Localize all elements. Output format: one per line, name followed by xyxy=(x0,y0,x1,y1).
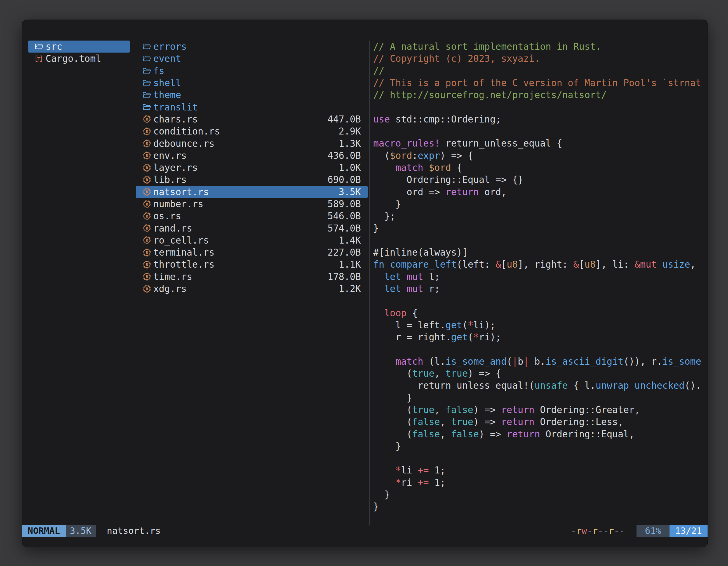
entry-name: natsort.rs xyxy=(153,187,209,198)
code-line: // Copyright (c) 2023, sxyazi. xyxy=(373,53,706,65)
entry-name: fs xyxy=(153,65,165,76)
file-row[interactable]: Rrand.rs574.0B xyxy=(136,222,368,234)
entry-name: debounce.rs xyxy=(153,138,215,149)
dir-row[interactable]: translit xyxy=(136,101,368,113)
terminal-window: srcCargo.toml errorseventfsshellthemetra… xyxy=(22,20,708,547)
permissions-label: -rw-r--r-- xyxy=(571,525,625,537)
file-row[interactable]: Rthrottle.rs1.1K xyxy=(136,259,368,271)
dir-row[interactable]: src xyxy=(28,41,130,53)
entry-name: condition.rs xyxy=(153,126,220,137)
file-row[interactable]: Rxdg.rs1.2K xyxy=(136,283,368,295)
entry-size: 178.0B xyxy=(328,271,368,282)
pane-separator xyxy=(369,41,370,525)
entry-size: 1.3K xyxy=(339,138,368,149)
svg-text:R: R xyxy=(146,214,148,219)
file-row[interactable]: Rnatsort.rs3.5K xyxy=(136,186,368,198)
code-line: // xyxy=(373,65,706,77)
entry-size: 589.0B xyxy=(328,199,368,210)
parent-directory-pane: srcCargo.toml xyxy=(28,41,130,65)
file-row[interactable]: Rro_cell.rs1.4K xyxy=(136,234,368,247)
rust-icon: R xyxy=(143,151,153,160)
rust-icon: R xyxy=(143,164,153,172)
file-row[interactable]: Ros.rs546.0B xyxy=(136,210,368,222)
rust-icon: R xyxy=(143,273,153,281)
code-line: // This is a port of the C version of Ma… xyxy=(373,77,706,89)
mode-badge: NORMAL xyxy=(22,525,66,537)
file-row[interactable]: Rnumber.rs589.0B xyxy=(136,198,368,210)
rust-icon: R xyxy=(143,115,153,123)
file-row[interactable]: Rlayer.rs1.0K xyxy=(136,162,368,174)
code-line: let mut l; xyxy=(373,271,706,283)
rust-icon: R xyxy=(143,224,153,233)
code-line: } xyxy=(373,392,706,404)
rust-icon: R xyxy=(143,248,153,257)
entry-name: number.rs xyxy=(153,199,203,210)
file-row[interactable]: Renv.rs436.0B xyxy=(136,150,368,162)
code-line: ($ord:expr) => { xyxy=(373,150,706,162)
entry-name: ro_cell.rs xyxy=(153,235,209,246)
rust-icon: R xyxy=(143,127,153,136)
dir-row[interactable]: event xyxy=(136,53,368,65)
svg-text:R: R xyxy=(146,178,148,182)
entry-size: 1.4K xyxy=(339,235,368,246)
rust-icon: R xyxy=(143,200,153,208)
code-line: } xyxy=(373,501,706,513)
code-line: #[inline(always)] xyxy=(373,247,706,259)
scroll-percent-badge: 61% xyxy=(637,525,670,537)
entry-name: env.rs xyxy=(153,150,187,161)
entry-name: throttle.rs xyxy=(153,259,215,270)
svg-text:R: R xyxy=(146,141,148,146)
code-line: match (l.is_some_and(|b| b.is_ascii_digi… xyxy=(373,355,706,367)
entry-size: 447.0B xyxy=(328,114,368,125)
svg-text:R: R xyxy=(146,166,148,170)
svg-text:R: R xyxy=(146,202,148,206)
entry-size: 2.9K xyxy=(339,126,368,137)
svg-text:R: R xyxy=(146,262,148,267)
file-row[interactable]: Rdebounce.rs1.3K xyxy=(136,137,368,149)
dir-row[interactable]: errors xyxy=(136,41,368,53)
rust-icon: R xyxy=(143,188,153,196)
entry-size: 3.5K xyxy=(339,187,368,198)
toml-icon xyxy=(35,55,46,63)
filename-label: natsort.rs xyxy=(107,525,161,537)
code-line: loop { xyxy=(373,307,706,319)
dir-row[interactable]: fs xyxy=(136,65,368,77)
code-line: // A natural sort implementation in Rust… xyxy=(373,41,706,53)
dir-row[interactable]: theme xyxy=(136,89,368,101)
code-line: *li += 1; xyxy=(373,464,706,476)
entry-name: Cargo.toml xyxy=(46,53,101,64)
file-row[interactable]: Rcondition.rs2.9K xyxy=(136,125,368,137)
dir-row[interactable]: shell xyxy=(136,77,368,89)
cursor-position-badge: 13/21 xyxy=(670,525,708,537)
entry-name: lib.rs xyxy=(153,174,187,185)
entry-name: theme xyxy=(153,90,181,100)
file-row[interactable]: Cargo.toml xyxy=(28,53,130,65)
entry-name: translit xyxy=(153,102,198,113)
file-row[interactable]: Rchars.rs447.0B xyxy=(136,113,368,125)
code-line: (true, false) => return Ordering::Greate… xyxy=(373,404,706,416)
svg-text:R: R xyxy=(146,275,148,279)
svg-text:R: R xyxy=(146,226,148,231)
folder-icon xyxy=(143,91,153,98)
code-line: return_unless_equal!(unsafe { l.unwrap_u… xyxy=(373,379,706,391)
entry-size: 1.0K xyxy=(339,162,368,173)
entry-size: 546.0B xyxy=(328,211,368,222)
svg-text:R: R xyxy=(146,129,148,134)
file-row[interactable]: Rterminal.rs227.0B xyxy=(136,247,368,259)
entry-name: src xyxy=(46,41,62,52)
folder-icon xyxy=(143,55,153,62)
entry-name: time.rs xyxy=(153,271,192,282)
folder-icon xyxy=(143,43,153,50)
code-line: } xyxy=(373,488,706,501)
entry-name: errors xyxy=(153,41,187,52)
folder-icon xyxy=(35,43,46,50)
file-row[interactable]: Rtime.rs178.0B xyxy=(136,271,368,283)
code-line: ord => return ord, xyxy=(373,186,706,198)
code-line: } xyxy=(373,222,706,234)
entry-name: rand.rs xyxy=(153,223,192,234)
code-line: } xyxy=(373,198,706,210)
file-row[interactable]: Rlib.rs690.0B xyxy=(136,174,368,186)
svg-text:R: R xyxy=(146,154,148,158)
code-line: }; xyxy=(373,210,706,222)
rust-icon: R xyxy=(143,285,153,293)
